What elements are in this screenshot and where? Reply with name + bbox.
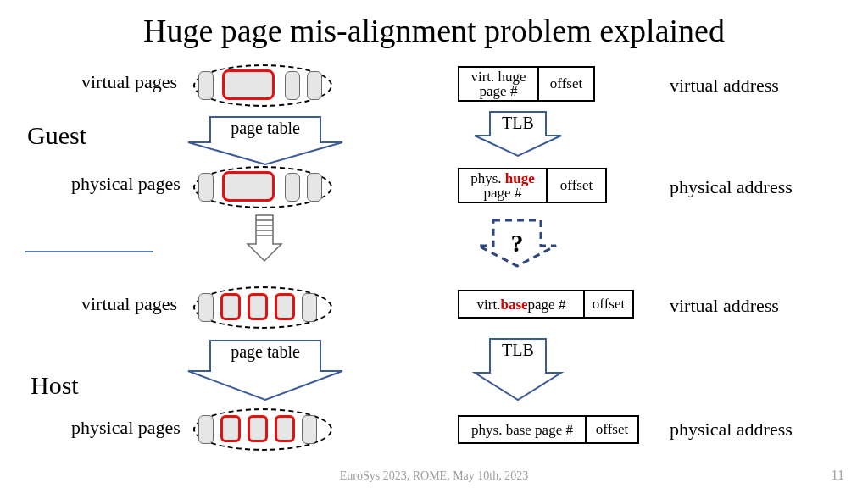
guest-pp-small-left <box>198 173 214 202</box>
block-arrow-icon <box>185 114 346 166</box>
host-pp-base-3 <box>275 415 295 442</box>
phys-huge-offset: offset <box>548 169 605 202</box>
footer-page-number: 11 <box>832 468 844 483</box>
virt-huge-line2: page # <box>480 84 518 98</box>
phys-base-offset: offset <box>587 417 637 442</box>
right-label-virtual-address-1: virtual address <box>670 75 779 97</box>
host-pp-small-right <box>302 415 317 444</box>
virt-huge-offset: offset <box>539 68 593 100</box>
guest-pp-small-right <box>307 173 322 202</box>
question-arrow: ? <box>475 217 559 269</box>
guest-pp-small-mid <box>285 173 300 202</box>
guest-pp-huge <box>222 171 275 202</box>
guest-tlb-label: TLB <box>471 114 565 133</box>
phys-base-page-num: phys. base page # <box>459 417 587 442</box>
separator-line <box>25 251 153 252</box>
guest-label: Guest <box>27 121 86 150</box>
svg-marker-0 <box>188 117 342 164</box>
right-label-physical-address-1: physical address <box>670 176 793 198</box>
virt-base-offset: offset <box>585 291 632 317</box>
virt-huge-page-num: virt. huge page # <box>459 68 539 100</box>
right-label-virtual-address-2: virtual address <box>670 295 779 317</box>
host-pp-base-2 <box>248 415 268 442</box>
host-vp-base-3 <box>275 293 295 320</box>
label-virtual-pages-guest: virtual pages <box>81 71 177 93</box>
guest-vp-small-mid <box>285 71 300 100</box>
host-page-table-arrow: page table <box>185 337 346 403</box>
label-physical-pages-host: physical pages <box>71 417 181 439</box>
virt-base-page-num: virt. base page # <box>459 291 585 317</box>
guest-tlb-arrow: TLB <box>471 110 565 158</box>
label-physical-pages-guest: physical pages <box>71 173 181 195</box>
host-vp-small-right <box>302 293 317 322</box>
guest-page-table-arrow: page table <box>185 114 346 166</box>
host-label: Host <box>31 371 79 400</box>
swap-arrow <box>246 214 283 263</box>
block-arrow-icon <box>185 337 346 403</box>
slide-title: Huge page mis-alignment problem explaine… <box>0 12 868 49</box>
label-virtual-pages-host: virtual pages <box>81 293 177 315</box>
phys-huge-line1: phys. huge <box>470 171 535 186</box>
guest-vp-small-right <box>307 71 322 100</box>
right-label-physical-address-2: physical address <box>670 419 793 441</box>
swap-arrow-icon <box>246 214 283 263</box>
phys-huge-page-num: phys. huge page # <box>459 169 548 202</box>
svg-marker-1 <box>248 215 281 261</box>
phys-huge-line2: page # <box>484 186 522 200</box>
footer-venue: EuroSys 2023, ROME, May 10th, 2023 <box>0 469 868 483</box>
phys-huge-address-box: phys. huge page # offset <box>458 168 607 203</box>
host-tlb-label: TLB <box>471 341 565 360</box>
svg-marker-6 <box>188 341 342 400</box>
host-pp-base-1 <box>220 415 241 442</box>
host-vp-small-left <box>198 293 214 322</box>
virt-huge-line1: virt. huge <box>470 69 526 84</box>
slide-root: Huge page mis-alignment problem explaine… <box>0 0 868 488</box>
question-mark: ? <box>475 229 559 258</box>
host-vp-base-1 <box>220 293 241 320</box>
guest-vp-huge <box>222 69 275 100</box>
guest-vp-small-left <box>198 71 214 100</box>
phys-base-address-box: phys. base page # offset <box>458 415 639 444</box>
virt-huge-address-box: virt. huge page # offset <box>458 66 595 102</box>
host-pp-small-left <box>198 415 214 444</box>
virt-base-address-box: virt. base page # offset <box>458 290 634 319</box>
host-vp-base-2 <box>248 293 268 320</box>
host-tlb-arrow: TLB <box>471 337 565 403</box>
